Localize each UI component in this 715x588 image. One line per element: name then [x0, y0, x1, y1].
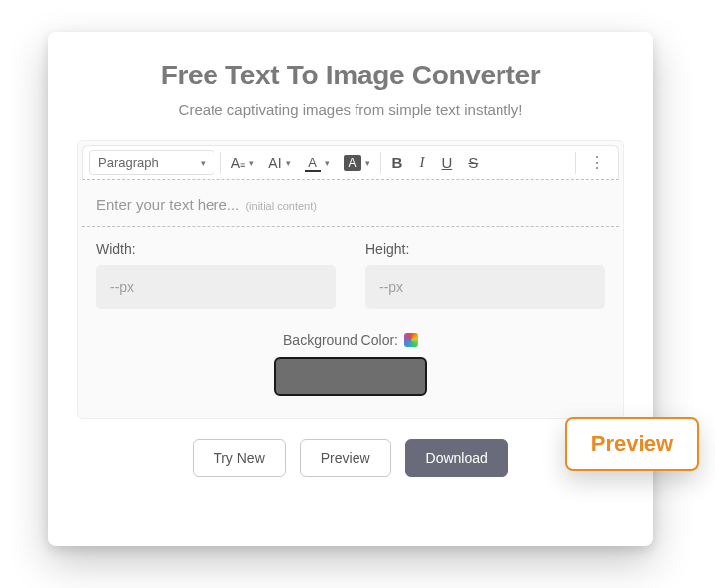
font-family-icon: A≡	[231, 155, 246, 171]
download-button[interactable]: Download	[405, 439, 508, 477]
editor-hint: (initial content)	[245, 200, 317, 212]
preview-badge: Preview	[565, 417, 699, 471]
app-card: Free Text To Image Converter Create capt…	[48, 32, 653, 546]
action-row: Try New Preview Download	[77, 439, 624, 477]
chevron-down-icon: ▾	[201, 158, 206, 168]
editor-panel: Paragraph ▾ A≡ ▾ AI ▾ A ▾ A ▾ B I	[77, 140, 624, 419]
highlight-button[interactable]: A ▾	[340, 152, 374, 174]
font-family-button[interactable]: A≡ ▾	[227, 152, 259, 174]
chevron-down-icon: ▾	[365, 158, 370, 168]
background-color-group: Background Color:	[78, 331, 623, 396]
more-options-button[interactable]: ⋮	[582, 153, 612, 172]
chevron-down-icon: ▾	[286, 158, 291, 168]
toolbar-divider	[220, 152, 221, 174]
bold-button[interactable]: B	[387, 154, 408, 171]
toolbar-divider	[575, 152, 576, 174]
page-title: Free Text To Image Converter	[77, 60, 624, 91]
text-editor[interactable]: Enter your text here... (initial content…	[82, 180, 619, 227]
highlight-icon: A	[344, 155, 361, 171]
height-field-group: Height:	[365, 241, 605, 309]
font-color-icon: A	[305, 155, 321, 170]
chevron-down-icon: ▾	[249, 158, 254, 168]
toolbar-divider	[380, 152, 381, 174]
preview-button[interactable]: Preview	[300, 439, 391, 477]
underline-button[interactable]: U	[436, 154, 457, 171]
background-color-label: Background Color:	[283, 332, 418, 348]
editor-toolbar: Paragraph ▾ A≡ ▾ AI ▾ A ▾ A ▾ B I	[82, 145, 619, 180]
width-input[interactable]	[96, 265, 336, 309]
page-subtitle: Create captivating images from simple te…	[77, 101, 624, 118]
strike-button[interactable]: S	[463, 154, 483, 171]
width-label: Width:	[96, 241, 336, 257]
background-color-swatch[interactable]	[274, 357, 427, 396]
chevron-down-icon: ▾	[325, 158, 330, 168]
try-new-button[interactable]: Try New	[193, 439, 286, 477]
dimensions-row: Width: Height:	[78, 227, 623, 309]
editor-placeholder: Enter your text here...	[96, 196, 239, 213]
italic-button[interactable]: I	[413, 154, 430, 171]
width-field-group: Width:	[96, 241, 336, 309]
height-input[interactable]	[365, 265, 605, 309]
paragraph-select-label: Paragraph	[98, 155, 159, 170]
color-picker-icon	[404, 333, 418, 347]
font-size-icon: AI	[268, 155, 281, 171]
height-label: Height:	[365, 241, 605, 257]
paragraph-select[interactable]: Paragraph ▾	[89, 150, 214, 175]
font-color-button[interactable]: A ▾	[301, 152, 334, 173]
font-size-button[interactable]: AI ▾	[264, 152, 294, 174]
